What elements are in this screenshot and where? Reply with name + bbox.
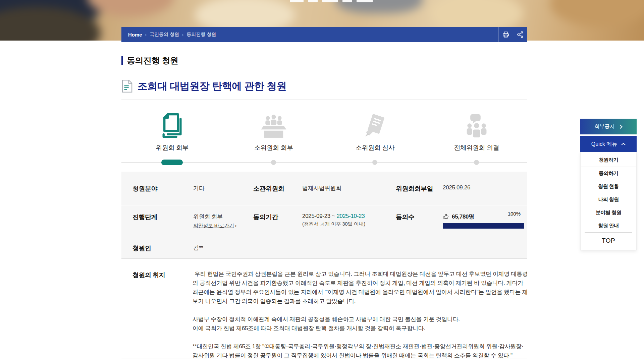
purpose-paragraph: 우리 헌법은 국민주권과 삼권분립을 근본 원리로 삼고 있습니다. 그러나 조… [193, 269, 528, 306]
quick-menu: 회부공지 Quick 메뉴 청원하기 동의하기 청원 현황 나의 청원 분야별 … [580, 119, 637, 250]
assembly-discussion-icon [463, 113, 490, 139]
petition-purpose-section: 청원의 취지 우리 헌법은 국민주권과 삼권분립을 근본 원리로 삼고 있습니다… [121, 258, 527, 359]
petition-title-text: 조희대 대법원장 탄핵에 관한 청원 [138, 79, 286, 93]
petition-title: 조희대 대법원장 탄핵에 관한 청원 [121, 79, 286, 93]
breadcrumb-separator: › [145, 32, 147, 37]
period-value: 2025-09-23 ~ 2025-10-23 (청원서 공개 이후 30일 이… [302, 213, 365, 227]
bill-info-link[interactable]: 의안정보 바로가기› [193, 223, 236, 229]
quick-menu-item-by-field[interactable]: 분야별 청원 [581, 206, 636, 219]
referral-date-value: 2025.09.26 [443, 184, 470, 191]
progress-active-marker [161, 160, 183, 165]
petition-info-table: 청원분야 기타 소관위원회 법제사법위원회 위원회회부일 2025.09.26 … [121, 172, 527, 258]
petitioner-label: 청원인 [132, 244, 151, 253]
progress-dot [372, 160, 377, 165]
page-section-title: 동의진행 청원 [121, 55, 178, 66]
progress-timeline [121, 160, 527, 166]
category-label: 청원분야 [132, 184, 157, 193]
progress-step-full-committee-vote: 전체위원회 의결 [426, 109, 528, 152]
review-document-icon [363, 113, 387, 139]
purpose-paragraph: 사법부 수장이 정치적 이해관계 속에서 재판의 공정성을 훼손하고 사법부에 … [193, 315, 528, 333]
committee-value: 법제사법위원회 [302, 184, 341, 192]
referral-date-label: 위원회회부일 [396, 184, 433, 193]
stage-label: 진행단계 [132, 213, 157, 222]
progress-step-label: 위원회 회부 [156, 143, 189, 152]
quick-menu-item-my-petition[interactable]: 나의 청원 [581, 193, 636, 206]
period-label: 동의기간 [253, 213, 278, 222]
quick-menu-header[interactable]: Quick 메뉴 [580, 136, 637, 152]
quick-menu-item-petition[interactable]: 청원하기 [581, 154, 636, 167]
print-button[interactable] [498, 27, 513, 42]
progress-step-label: 소위원회 심사 [356, 143, 394, 152]
progress-step-subcommittee-review: 소위원회 심사 [324, 109, 426, 152]
petitioner-value: 김** [193, 244, 203, 252]
consent-progress-bar [443, 223, 524, 229]
purpose-label: 청원의 취지 [132, 271, 165, 280]
scroll-to-top-button[interactable]: TOP [581, 233, 636, 248]
document-icon [121, 79, 133, 93]
share-icon [517, 31, 524, 38]
breadcrumb-current: 동의진행 청원 [186, 32, 216, 38]
progress-dot [271, 160, 276, 165]
progress-dot [474, 160, 479, 165]
chevron-right-icon: › [235, 223, 236, 228]
period-note: (청원서 공개 이후 30일 이내) [302, 221, 365, 227]
progress-step-label: 전체위원회 의결 [454, 143, 499, 152]
quick-menu-item-status[interactable]: 청원 현황 [581, 180, 636, 193]
thumbs-up-icon [443, 214, 449, 220]
committee-desk-icon [260, 115, 287, 139]
referral-notice-button[interactable]: 회부공지 [580, 119, 637, 134]
share-button[interactable] [513, 27, 527, 42]
quick-menu-panel: 청원하기 동의하기 청원 현황 나의 청원 분야별 청원 청원 안내 TOP [580, 152, 637, 250]
title-divider [121, 100, 527, 100]
breadcrumb-separator: › [182, 32, 183, 37]
chevron-right-icon [620, 124, 623, 129]
section-title-text: 동의진행 청원 [127, 55, 178, 66]
stage-value: 위원회 회부 의안정보 바로가기› [193, 213, 236, 229]
period-end-date: 2025-10-23 [336, 213, 365, 219]
consent-progress-fill [443, 223, 524, 229]
petition-progress-tracker: 위원회 회부 소위원회 회부 [121, 109, 527, 166]
consent-percent: 100% [508, 211, 521, 217]
breadcrumb: Home › 국민동의 청원 › 동의진행 청원 [121, 27, 527, 42]
committee-label: 소관위원회 [253, 184, 284, 193]
chevron-up-icon [621, 143, 626, 145]
quick-menu-item-consent[interactable]: 동의하기 [581, 167, 636, 180]
hero-truncated-heading [290, 0, 384, 3]
consent-count: 65,780명 [443, 213, 474, 221]
progress-step-committee-referral: 위원회 회부 [121, 109, 223, 152]
purpose-text: 우리 헌법은 국민주권과 삼권분립을 근본 원리로 삼고 있습니다. 그러나 조… [193, 269, 528, 362]
purpose-paragraph: **대한민국 헌법 제65조 1항 "①대통령·국무총리·국무위원·행정각부의 … [193, 342, 528, 360]
print-icon [502, 31, 509, 38]
breadcrumb-home-link[interactable]: Home [128, 32, 142, 38]
documents-icon [159, 112, 185, 139]
breadcrumb-petition-link[interactable]: 국민동의 청원 [150, 32, 179, 38]
progress-step-label: 소위원회 회부 [254, 143, 293, 152]
bottom-divider [121, 359, 527, 359]
quick-menu-item-guide[interactable]: 청원 안내 [581, 219, 636, 232]
consent-label: 동의수 [396, 213, 415, 222]
category-value: 기타 [193, 184, 204, 192]
title-accent-bar [121, 56, 123, 65]
progress-step-subcommittee-referral: 소위원회 회부 [223, 109, 325, 152]
